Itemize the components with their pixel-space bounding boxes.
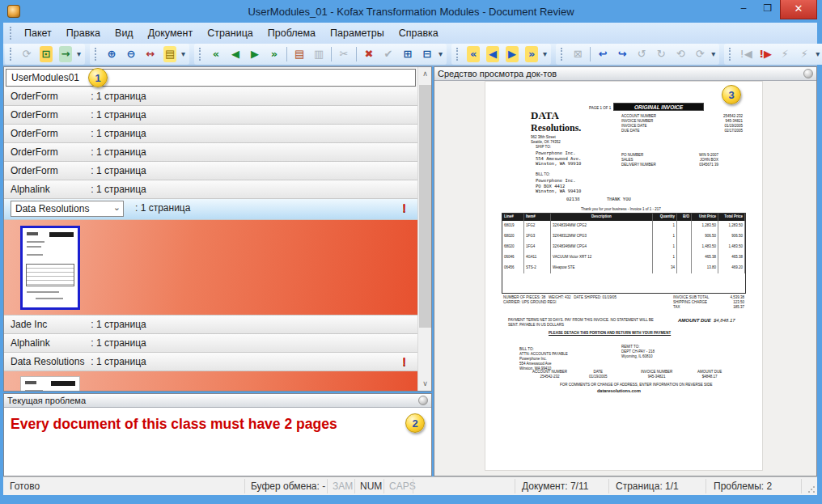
field-value: 0345671 39 xyxy=(699,163,718,167)
table-cell xyxy=(677,263,692,273)
delete-page-icon: ⊠ xyxy=(571,46,584,62)
sticky-note-button[interactable]: ▤ xyxy=(160,45,180,63)
suspend-batch-button[interactable]: ⊡ xyxy=(36,45,56,63)
toolbar-overflow-icon[interactable]: ▾ xyxy=(75,44,83,65)
status-bar: Готово Буфер обмена: - ЗАМNUMCAPS Докуме… xyxy=(3,476,817,495)
rotate-right-button[interactable]: ↻ xyxy=(651,45,671,63)
delete-button[interactable]: ✖ xyxy=(359,45,379,63)
document-class-label: Alphalink xyxy=(11,184,88,195)
refresh-batch-button[interactable]: ⟳ xyxy=(17,45,36,63)
batch-name-header[interactable]: UserModules01 xyxy=(6,69,416,87)
close-button[interactable]: ✕ xyxy=(780,0,817,19)
stub-column: INVOICE NUMBER 945-34821 xyxy=(641,370,672,379)
force-valid-button[interactable]: ⚡ xyxy=(775,45,794,63)
split-document-button[interactable]: ✂ xyxy=(334,45,354,63)
resize-grip[interactable] xyxy=(807,485,816,493)
force-invalid-button[interactable]: ⚡ xyxy=(794,45,814,63)
toolbar-grip[interactable] xyxy=(456,48,460,61)
last-document-button[interactable]: » xyxy=(265,45,284,63)
delete-page-button[interactable]: ⊠ xyxy=(568,45,587,63)
menu-item-Параметры[interactable]: Параметры xyxy=(323,24,392,42)
rotate-page-button[interactable]: ⟳ xyxy=(690,45,710,63)
document-row[interactable]: OrderForm : 1 страница xyxy=(4,87,417,106)
thumb-mark xyxy=(26,264,74,286)
last-page-button[interactable]: » xyxy=(522,45,541,63)
toolbar-overflow-icon[interactable]: ▾ xyxy=(710,44,718,65)
invoice-page[interactable]: PAGE 1 OF 1DATAResolutions.962 38th Stre… xyxy=(485,82,762,470)
add-pages-button[interactable]: ⊞ xyxy=(398,45,417,63)
toolbar-grip[interactable] xyxy=(95,48,99,61)
table-cell: 32X48346MW CPG4 xyxy=(551,242,653,252)
rotate-left-button[interactable]: ↺ xyxy=(632,45,651,63)
document-row[interactable]: Data Resolutions⌄: 1 страница! xyxy=(4,199,417,220)
menu-item-Проблема[interactable]: Проблема xyxy=(261,24,323,42)
menu-item-Документ[interactable]: Документ xyxy=(141,24,200,42)
document-row[interactable]: OrderForm : 1 страница xyxy=(4,125,417,143)
document-row[interactable]: OrderForm : 1 страница xyxy=(4,106,417,125)
toolbar-overflow-icon[interactable]: ▾ xyxy=(437,44,445,65)
page-thumbnail[interactable] xyxy=(20,376,80,391)
document-row[interactable]: Data Resolutions : 1 страница! xyxy=(4,353,417,371)
toolbar-grip[interactable] xyxy=(561,48,565,61)
next-problem-button[interactable]: !▶ xyxy=(756,45,775,63)
toolbar-grip[interactable] xyxy=(729,48,733,61)
document-row[interactable]: Jade Inc : 1 страница xyxy=(4,316,417,334)
toolbar-overflow-icon[interactable]: ▾ xyxy=(541,44,549,65)
scroll-down-icon[interactable]: ∨ xyxy=(418,377,432,391)
menu-grip[interactable] xyxy=(10,27,14,40)
document-row[interactable]: Alphalink : 1 страница xyxy=(4,180,417,199)
fit-page-button[interactable]: ↔ xyxy=(141,45,160,63)
zoom-in-button[interactable]: ⊕ xyxy=(102,45,121,63)
class-combobox[interactable]: Data Resolutions⌄ xyxy=(11,201,124,217)
scrollbar-thumb[interactable] xyxy=(419,85,431,328)
document-row[interactable]: OrderForm : 1 страница xyxy=(4,162,417,180)
bill-to-label: BILL TO: xyxy=(536,172,550,177)
document-row[interactable]: OrderForm : 1 страница xyxy=(4,143,417,162)
next-problem-icon: !▶ xyxy=(759,46,772,62)
menu-item-Правка[interactable]: Правка xyxy=(59,24,108,42)
menu-item-Вид[interactable]: Вид xyxy=(108,24,141,42)
toolbar-grip[interactable] xyxy=(199,48,203,61)
page-structure-button[interactable]: ▥ xyxy=(309,45,328,63)
toolbar-overflow-icon[interactable]: ▾ xyxy=(814,44,822,65)
prev-page-icon: ◀ xyxy=(486,46,499,62)
document-row[interactable]: Alphalink : 1 страница xyxy=(4,334,417,353)
menu-item-Пакет[interactable]: Пакет xyxy=(17,24,59,42)
invoice-footer-left: NUMBER OF PIECES: 38 WEIGHT: 432 DATE SH… xyxy=(503,295,616,305)
move-page-previous-button[interactable]: ↩ xyxy=(593,45,612,63)
callout-badge-2: 2 xyxy=(405,413,425,433)
minimize-button[interactable]: – xyxy=(731,0,756,18)
prev-document-icon: ◀ xyxy=(229,46,242,62)
rotate-180-button[interactable]: ⟲ xyxy=(671,45,690,63)
title-bar[interactable]: UserModules_01 - Kofax Transformation Mo… xyxy=(0,0,822,23)
first-document-button[interactable]: « xyxy=(206,45,226,63)
maximize-button[interactable]: ❒ xyxy=(756,0,780,18)
close-batch-button[interactable]: → xyxy=(56,45,75,63)
document-structure-button[interactable]: ▤ xyxy=(290,45,309,63)
previous-problem-button[interactable]: !◀ xyxy=(736,45,756,63)
next-document-button[interactable]: ▶ xyxy=(245,45,265,63)
menu-item-Справка[interactable]: Справка xyxy=(392,24,446,42)
prev-page-button[interactable]: ◀ xyxy=(483,45,502,63)
move-page-next-button[interactable]: ↪ xyxy=(612,45,632,63)
invoice-table-row: 06456STS-2Weapow STE3413.80469.20 xyxy=(502,263,745,273)
invoice-table-row: 060464G411VACUUM Victor XRT 121465.38465… xyxy=(502,252,745,263)
remove-pages-button[interactable]: ⊟ xyxy=(417,45,437,63)
confirm-button[interactable]: ✔ xyxy=(379,45,398,63)
next-page-button[interactable]: ▶ xyxy=(502,45,522,63)
scroll-up-icon[interactable]: ∧ xyxy=(418,67,432,81)
menu-item-Страница[interactable]: Страница xyxy=(200,24,261,42)
status-indicator-NUM: NUM xyxy=(360,481,382,492)
toolbar-overflow-icon[interactable]: ▾ xyxy=(180,44,188,65)
table-cell: 1 xyxy=(653,242,677,252)
zoom-out-icon: ⊖ xyxy=(125,46,138,62)
zoom-out-button[interactable]: ⊖ xyxy=(121,45,141,63)
pin-icon[interactable] xyxy=(418,396,428,405)
prev-document-button[interactable]: ◀ xyxy=(226,45,245,63)
pin-icon[interactable] xyxy=(803,69,813,78)
page-thumbnail[interactable] xyxy=(20,226,80,310)
first-page-button[interactable]: « xyxy=(464,45,483,63)
total-value: 185.37 xyxy=(733,305,744,310)
toolbar-grip[interactable] xyxy=(10,48,14,61)
document-list-scrollbar[interactable]: ∧ ∨ xyxy=(417,67,431,391)
